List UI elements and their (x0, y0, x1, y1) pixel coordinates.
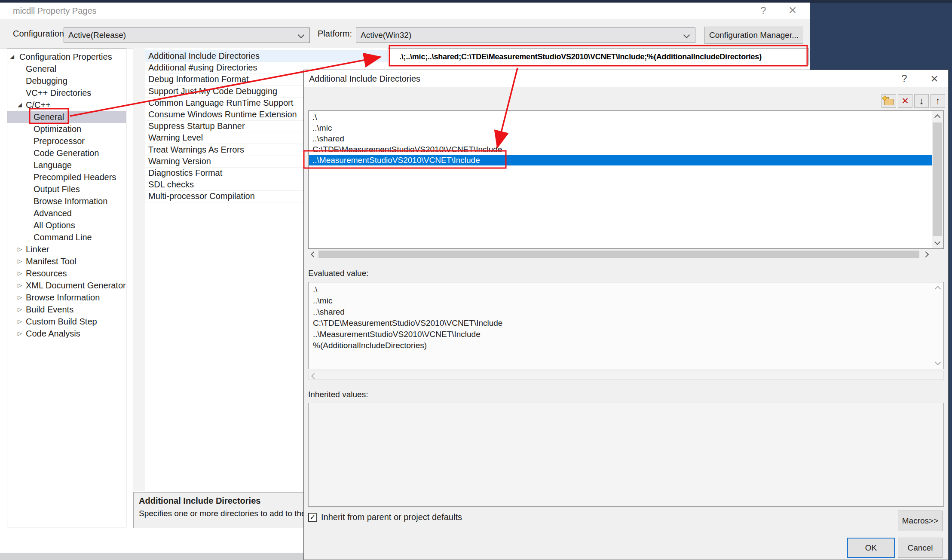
horizontal-scrollbar[interactable] (308, 250, 931, 259)
scroll-right-button[interactable] (922, 250, 931, 259)
tree-item-manifest-tool[interactable]: ▷Manifest Tool (7, 255, 126, 267)
expand-icon[interactable]: ▷ (18, 243, 25, 255)
cancel-button[interactable]: Cancel (898, 538, 943, 558)
tree-item-resources[interactable]: ▷Resources (7, 267, 126, 279)
evaluated-value-label: Evaluated value: (308, 269, 369, 278)
inherited-values-box[interactable] (308, 403, 944, 507)
tree-item-build-events[interactable]: ▷Build Events (7, 303, 126, 315)
move-up-icon: ↑ (936, 96, 940, 106)
directory-item[interactable]: ..\MeasurementStudioVS2010\VCNET\Include (309, 155, 932, 165)
tree-item-general[interactable]: General (7, 111, 126, 123)
tree-item-label: VC++ Directories (26, 87, 91, 99)
tree-item-label: Build Events (26, 303, 73, 315)
tree-item-label: All Options (34, 219, 75, 231)
evaluated-value-text: .\ ..\mic ..\shared C:\TDE\MeasurementSt… (309, 282, 943, 353)
expand-icon[interactable]: ▷ (18, 303, 25, 315)
directory-item[interactable]: ..\mic (309, 122, 932, 133)
additional-include-directories-value: .\;..\mic;..\shared;C:\TDE\MeasurementSt… (399, 49, 762, 65)
tree-item-linker[interactable]: ▷Linker (7, 243, 126, 255)
configuration-dropdown[interactable]: Active(Release) (64, 28, 310, 43)
platform-value: Active(Win32) (361, 28, 411, 43)
platform-dropdown[interactable]: Active(Win32) (356, 28, 695, 43)
move-down-button[interactable]: ↓ (914, 94, 929, 108)
horizontal-scrollbar[interactable] (308, 371, 944, 380)
scroll-up-button[interactable] (932, 111, 943, 122)
tree-item-preprocessor[interactable]: Preprocessor (7, 135, 126, 147)
scroll-left-button[interactable] (309, 371, 318, 380)
tree-item-label: Manifest Tool (26, 255, 76, 267)
help-icon[interactable]: ? (756, 3, 771, 18)
collapse-icon[interactable]: ◢ (10, 51, 18, 63)
tree-item-label: Custom Build Step (26, 315, 97, 327)
tree-item-code-generation[interactable]: Code Generation (7, 147, 126, 159)
additional-include-directories-field[interactable]: .\;..\mic;..\shared;C:\TDE\MeasurementSt… (388, 48, 809, 65)
tree-item-label: Debugging (26, 75, 67, 87)
tree-item-configuration-properties[interactable]: ◢Configuration Properties (7, 51, 126, 63)
tree-item-debugging[interactable]: Debugging (7, 75, 126, 87)
tree-item-label: Optimization (34, 123, 81, 135)
close-icon[interactable]: × (785, 3, 800, 17)
tree-item-label: General (26, 63, 56, 75)
tree-item-label: Output Files (34, 183, 80, 195)
collapse-icon[interactable]: ◢ (18, 99, 25, 111)
tree-item-browse-information[interactable]: Browse Information (7, 195, 126, 207)
tree-item-output-files[interactable]: Output Files (7, 183, 126, 195)
help-icon[interactable]: ? (896, 71, 912, 86)
property-grid-gutter (133, 48, 145, 491)
tree-item-command-line[interactable]: Command Line (7, 231, 126, 243)
scrollbar-thumb[interactable] (933, 122, 942, 236)
tree-item-label: Precompiled Headers (34, 171, 116, 183)
ok-button[interactable]: OK (847, 538, 895, 558)
delete-icon: ✕ (901, 96, 909, 106)
tree-item-label: General (34, 111, 64, 123)
close-icon[interactable]: × (926, 71, 943, 86)
sparkle-icon (882, 95, 888, 101)
tree-item-custom-build-step[interactable]: ▷Custom Build Step (7, 315, 126, 327)
tree-item-browse-information[interactable]: ▷Browse Information (7, 291, 126, 303)
expand-icon[interactable]: ▷ (18, 315, 25, 327)
tree-item-optimization[interactable]: Optimization (7, 123, 126, 135)
new-folder-button[interactable] (882, 94, 896, 108)
move-up-button[interactable]: ↑ (931, 94, 945, 108)
tree-item-all-options[interactable]: All Options (7, 219, 126, 231)
platform-label: Platform: (318, 19, 352, 48)
tree-item-vc-directories[interactable]: VC++ Directories (7, 87, 126, 99)
expand-icon[interactable]: ▷ (18, 279, 25, 291)
dialog-titlebar: Additional Include Directories ? × (304, 70, 948, 87)
tree-item-label: C/C++ (26, 99, 51, 111)
expand-icon[interactable]: ▷ (18, 267, 25, 279)
tree-item-xml-document-generator[interactable]: ▷XML Document Generator (7, 279, 126, 291)
expand-icon[interactable]: ▷ (18, 327, 25, 340)
directory-item[interactable]: C:\TDE\MeasurementStudioVS2010\VCNET\Inc… (309, 144, 932, 155)
tree-item-precompiled-headers[interactable]: Precompiled Headers (7, 171, 126, 183)
tree-item-c-c-[interactable]: ◢C/C++ (7, 99, 126, 111)
tree-item-label: Resources (26, 267, 67, 279)
tree-item-language[interactable]: Language (7, 159, 126, 171)
configuration-value: Active(Release) (68, 28, 126, 43)
tree-item-label: Code Generation (34, 147, 99, 159)
directory-item[interactable]: ..\shared (309, 133, 932, 144)
tree-item-advanced[interactable]: Advanced (7, 207, 126, 219)
scrollbar-thumb[interactable] (318, 251, 919, 258)
configuration-manager-button[interactable]: Configuration Manager... (704, 27, 803, 44)
scroll-down-button[interactable] (932, 238, 943, 248)
expand-icon[interactable]: ▷ (18, 255, 25, 267)
dialog-title: Additional Include Directories (309, 70, 420, 87)
inherit-checkbox-label: Inherit from parent or project defaults (321, 511, 462, 523)
inherit-checkbox[interactable]: ✓ (308, 513, 317, 522)
evaluated-value-box[interactable]: .\ ..\mic ..\shared C:\TDE\MeasurementSt… (308, 282, 944, 369)
macros-button[interactable]: Macros>> (898, 511, 943, 531)
directory-item[interactable]: .\ (309, 112, 932, 122)
config-tree: ◢Configuration PropertiesGeneralDebuggin… (7, 49, 126, 527)
tree-item-label: Command Line (34, 231, 92, 243)
chevron-down-icon (298, 32, 305, 39)
window-title: micdll Property Pages (13, 3, 97, 19)
chevron-down-icon (683, 32, 690, 39)
scroll-left-button[interactable] (308, 250, 318, 259)
expand-icon[interactable]: ▷ (18, 291, 25, 303)
delete-button[interactable]: ✕ (898, 94, 912, 108)
vertical-scrollbar[interactable] (932, 111, 943, 248)
tree-item-general[interactable]: General (7, 63, 126, 75)
tree-item-label: Configuration Properties (19, 51, 112, 63)
tree-item-code-analysis[interactable]: ▷Code Analysis (7, 327, 126, 340)
